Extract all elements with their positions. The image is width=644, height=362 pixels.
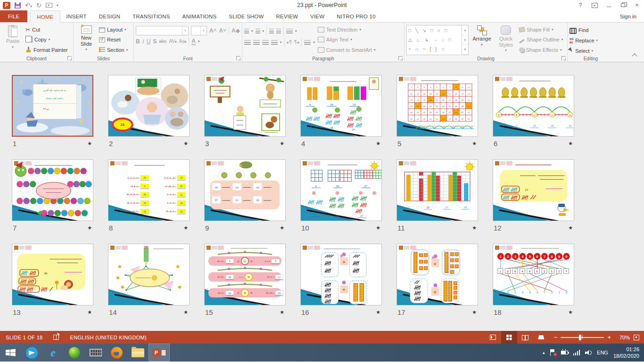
font-name-combo[interactable]: ▾ bbox=[136, 26, 189, 35]
tab-animations[interactable]: ANIMATIONS bbox=[176, 10, 223, 23]
slide-thumbnail[interactable]: 27 bbox=[493, 159, 574, 221]
change-case-icon[interactable]: Aa▾ bbox=[179, 39, 187, 44]
animation-star-icon[interactable]: ★ bbox=[472, 225, 477, 231]
paste-button[interactable]: Paste ▾ bbox=[2, 24, 24, 55]
slide-thumbnail[interactable]: >= bbox=[300, 244, 382, 305]
tab-slide-show[interactable]: SLIDE SHOW bbox=[223, 10, 270, 23]
help-button[interactable]: ? bbox=[573, 0, 587, 10]
replace-button[interactable]: abacReplace▾ bbox=[570, 35, 612, 45]
character-spacing-icon[interactable]: AV▾ bbox=[169, 39, 176, 44]
shape-fill-button[interactable]: Shape Fill▾ bbox=[519, 25, 563, 34]
input-language-indicator[interactable]: ENG bbox=[597, 350, 608, 355]
slide-thumbnail[interactable]: 8162481624 bbox=[300, 75, 382, 137]
strikethrough-icon[interactable]: abc bbox=[159, 39, 166, 44]
taskbar-keyboard-button[interactable] bbox=[85, 344, 106, 362]
ltr-direction-icon[interactable]: ▸¶ bbox=[287, 40, 292, 45]
find-button[interactable]: Find bbox=[570, 25, 612, 35]
font-color-icon[interactable]: A bbox=[191, 38, 196, 45]
start-slideshow-icon[interactable] bbox=[46, 3, 52, 8]
animation-star-icon[interactable]: ★ bbox=[87, 140, 92, 147]
tab-transitions[interactable]: TRANSITIONS bbox=[126, 10, 176, 23]
section-button[interactable]: Section▾ bbox=[99, 45, 128, 55]
shapes-scroll-down-icon[interactable]: ▾ bbox=[462, 35, 468, 45]
shape-effects-button[interactable]: Shape Effects▾ bbox=[519, 45, 563, 55]
tab-review[interactable]: REVIEW bbox=[270, 10, 305, 23]
bold-icon[interactable]: B bbox=[136, 39, 140, 44]
slide-thumbnail[interactable]: 109486253723009475181234567890 bbox=[493, 244, 574, 305]
taskbar-internet-explorer-button[interactable]: e bbox=[42, 344, 64, 362]
start-button[interactable] bbox=[0, 344, 21, 362]
tab-insert[interactable]: INSERT bbox=[60, 10, 93, 23]
slide-thumbnail[interactable]: 0510152005101520 bbox=[493, 75, 574, 137]
taskbar-firefox-button[interactable] bbox=[106, 344, 127, 362]
zoom-slider[interactable] bbox=[561, 337, 604, 338]
slide-count-status[interactable]: SLIDE 1 OF 18 bbox=[0, 335, 49, 340]
shapes-more-icon[interactable]: ▾ bbox=[462, 45, 468, 55]
language-status[interactable]: ENGLISH (UNITED KINGDOM) bbox=[64, 335, 147, 340]
zoom-percentage[interactable]: 70% bbox=[614, 335, 630, 340]
columns-icon[interactable] bbox=[304, 40, 311, 45]
slide-thumbnail[interactable]: 36 bbox=[12, 244, 93, 305]
animation-star-icon[interactable]: ★ bbox=[87, 225, 92, 231]
animation-star-icon[interactable]: ★ bbox=[280, 140, 284, 147]
volume-icon[interactable] bbox=[585, 350, 592, 355]
paragraph-dialog-launcher[interactable] bbox=[398, 56, 403, 60]
close-button[interactable]: × bbox=[630, 0, 644, 10]
restore-button[interactable] bbox=[616, 0, 630, 10]
slideshow-view-button[interactable] bbox=[533, 331, 549, 344]
taskbar-file-explorer-button[interactable] bbox=[127, 344, 149, 362]
normal-view-button[interactable] bbox=[485, 331, 501, 344]
taskbar-telegram-button[interactable] bbox=[21, 344, 42, 362]
slide-thumbnail[interactable] bbox=[108, 244, 190, 305]
justify-icon[interactable] bbox=[271, 40, 278, 45]
tab-design[interactable]: DESIGN bbox=[93, 10, 126, 23]
animation-star-icon[interactable]: ★ bbox=[376, 309, 380, 315]
reset-button[interactable]: Reset bbox=[99, 35, 128, 44]
clock[interactable]: 01:26 18/02/2020 bbox=[613, 346, 639, 360]
line-spacing-icon[interactable] bbox=[286, 29, 293, 34]
increase-indent-icon[interactable] bbox=[276, 29, 281, 34]
copy-button[interactable]: Copy▾ bbox=[25, 35, 68, 44]
animation-star-icon[interactable]: ★ bbox=[183, 140, 188, 147]
animation-star-icon[interactable]: ★ bbox=[376, 140, 380, 147]
slide-thumbnail[interactable] bbox=[12, 159, 93, 221]
zoom-in-button[interactable]: + bbox=[607, 334, 611, 341]
animation-star-icon[interactable]: ★ bbox=[568, 309, 573, 315]
bullets-icon[interactable] bbox=[244, 29, 249, 34]
underline-icon[interactable]: U bbox=[147, 39, 151, 44]
slide-sorter-view-button[interactable] bbox=[501, 331, 517, 344]
clipboard-dialog-launcher[interactable] bbox=[67, 56, 72, 60]
reading-view-button[interactable] bbox=[517, 331, 533, 344]
ribbon-display-options-button[interactable]: ▴ bbox=[587, 0, 602, 10]
spell-check-icon[interactable] bbox=[53, 335, 59, 340]
tab-nitro-pro-10[interactable]: NITRO PRO 10 bbox=[330, 10, 381, 23]
slide-thumbnail[interactable]: به نام خداوند جان آفرینریاضی اول دبستانت… bbox=[12, 75, 93, 137]
slide-thumbnail[interactable]: 20 +3 =5=<>6 -1 =510 +8 =18>< =10 +7 =17… bbox=[204, 244, 286, 305]
taskbar-green-app-button[interactable] bbox=[64, 344, 85, 362]
minimize-button[interactable] bbox=[602, 0, 616, 10]
numbering-icon[interactable] bbox=[256, 29, 260, 34]
sign-in-link[interactable]: Sign in bbox=[620, 10, 644, 23]
tab-file[interactable]: FILE bbox=[0, 10, 27, 23]
animation-star-icon[interactable]: ★ bbox=[376, 225, 380, 231]
slide-thumbnail[interactable]: 451944573428 bbox=[204, 159, 286, 221]
new-slide-button[interactable]: New Slide ▾ bbox=[75, 24, 97, 55]
animation-star-icon[interactable]: ★ bbox=[568, 225, 573, 231]
align-text-button[interactable]: Align Text▾ bbox=[318, 35, 376, 44]
redo-icon[interactable]: ↻ bbox=[36, 2, 41, 8]
convert-to-smartart-button[interactable]: Convert to SmartArt▾ bbox=[318, 45, 376, 55]
tab-view[interactable]: VIEW bbox=[304, 10, 330, 23]
slide-thumbnail[interactable]: 23 bbox=[108, 75, 190, 137]
align-right-icon[interactable] bbox=[262, 40, 269, 45]
animation-star-icon[interactable]: ★ bbox=[87, 309, 92, 315]
align-center-icon[interactable] bbox=[253, 40, 260, 45]
font-size-combo[interactable]: ▾ bbox=[191, 26, 207, 35]
text-direction-button[interactable]: Text Direction▾ bbox=[318, 25, 376, 34]
fit-slide-to-window-button[interactable] bbox=[634, 335, 639, 340]
shrink-font-icon[interactable]: A˅ bbox=[219, 28, 226, 33]
battery-icon[interactable] bbox=[561, 351, 568, 354]
cut-button[interactable]: ✂Cut bbox=[25, 25, 68, 34]
animation-star-icon[interactable]: ★ bbox=[472, 140, 477, 147]
format-painter-button[interactable]: Format Painter bbox=[25, 45, 68, 55]
animation-star-icon[interactable]: ★ bbox=[183, 309, 188, 315]
